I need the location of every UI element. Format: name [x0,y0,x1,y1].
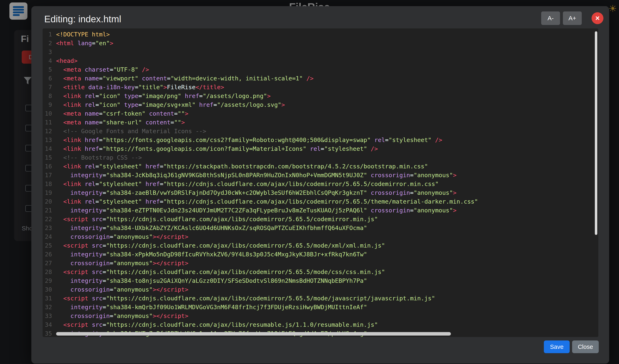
code-line: 10 <meta name="csrf-token" content=""> [42,109,478,118]
code-token-attr: lang [74,40,92,47]
code-token-attr: href [81,136,99,143]
code-token-text: = [213,101,217,108]
code-token-str: "width=device-width, initial-scale=1" [170,75,303,82]
code-token-attr: crossorigin [70,286,110,293]
line-number: 9 [42,100,52,109]
code-token-text: = [199,93,202,99]
code-token-tag: > [281,101,285,108]
line-number: 13 [42,136,52,145]
code-token-str: "" [178,110,185,117]
save-button[interactable]: Save [544,340,570,353]
line-number: 1 [42,30,52,39]
code-line: 19 integrity="sha384-zaeBlB/vwYsDRSlFajn… [42,189,478,197]
code-token-text: = [103,277,106,284]
modal-close-button[interactable]: × [591,12,604,24]
code-token-tag: <link [63,145,81,152]
vertical-scrollbar[interactable] [595,31,597,235]
code-token-attr: name [81,119,99,126]
code-line: 13 <link href="https://fonts.googleapis.… [42,136,478,145]
code-token-text: = [95,101,99,108]
code-line: 32 integrity="sha384-kmQrbJf09Uo1WRLMDVG… [42,303,478,312]
code-token-str: "" [174,119,181,126]
code-token-text [56,312,70,319]
code-editor[interactable]: 1<!DOCTYPE html>2<html lang="en">34<head… [42,28,598,337]
code-token-str: "csrf-token" [103,110,146,117]
code-token-text [56,180,63,188]
code-token-text [56,189,70,196]
line-number: 27 [42,259,52,268]
code-token-attr: type [120,93,138,99]
code-token-str: "anonymous" [113,233,153,240]
code-token-text: = [95,198,99,205]
code-token-attr: crossorigin [70,312,110,319]
code-token-text [56,172,70,179]
code-token-str: "sha384-xPpkMo5nDgD98fIcuRVYhxkZV6/9Y4L8… [106,251,367,258]
code-line: 15 <!-- Bootstrap CSS --> [42,153,478,162]
close-button[interactable]: Close [572,340,599,353]
code-line: 22 <script src="https://cdnjs.cloudflare… [42,215,478,224]
code-line: 9 <link rel="icon" type="image/svg+xml" … [42,100,478,109]
code-token-tag: <html [56,40,74,47]
line-number: 25 [42,241,52,250]
code-line: 34 <script src="https://cdnjs.cloudflare… [42,320,478,329]
line-number: 20 [42,197,52,206]
code-token-text: = [139,93,142,99]
modal-title: Editing: index.html [44,13,121,25]
code-line: 1<!DOCTYPE html> [42,30,478,39]
code-token-text [56,216,63,223]
code-token-str: "https://fonts.googleapis.com/icon?famil… [103,145,306,152]
code-line: 24 crossorigin="anonymous"></script> [42,232,478,241]
code-token-str: "UTF-8" [113,66,138,73]
code-token-text: = [92,40,95,47]
code-line: 7 <title data-i18n-key="title">FileRise<… [42,83,478,92]
code-token-text: = [410,207,414,214]
code-token-tag: ></script> [153,286,188,293]
code-token-tag: <script [63,269,88,275]
line-number: 16 [42,162,52,171]
code-token-tag: </title> [196,84,224,91]
code-token-str: "icon" [99,101,121,108]
code-token-tag: <meta [63,110,81,117]
code-token-text [56,136,63,143]
line-number: 4 [42,56,52,65]
code-line: 8 <link rel="icon" type="image/png" href… [42,92,478,100]
code-line: 20 <link rel="stylesheet" href="https://… [42,197,478,206]
code-token-str: "https://cdnjs.cloudflare.com/ajax/libs/… [163,180,439,188]
code-token-tag: <script [63,321,88,328]
code-token-text: = [99,110,103,117]
code-token-str: "anonymous" [113,312,153,319]
code-token-attr: rel [81,198,95,205]
code-token-text: = [174,110,178,117]
code-token-text [56,66,63,73]
code-line: 29 integrity="sha384-to8njsu2GAiXQnY/aLG… [42,276,478,285]
code-token-attr: src [88,242,103,249]
code-token-attr: href [142,180,160,188]
code-token-text [56,145,63,152]
code-token-text [56,93,63,99]
font-decrease-button[interactable]: A- [541,12,560,25]
code-line: 26 integrity="sha384-xPpkMo5nDgD98fIcuRV… [42,250,478,259]
code-token-text: = [103,207,106,214]
code-token-tag: ></script> [153,260,188,267]
code-token-str: "stylesheet" [389,136,432,143]
line-number: 17 [42,171,52,180]
code-token-attr: integrity [70,207,103,214]
line-number: 30 [42,285,52,294]
code-token-str: "/assets/logo.png" [203,93,267,99]
code-token-attr: src [88,321,103,328]
code-token-str: "stylesheet" [99,163,142,170]
code-token-attr: name [81,75,99,82]
line-number: 18 [42,180,52,189]
font-increase-button[interactable]: A+ [563,12,582,25]
code-token-str: "image/png" [142,93,181,99]
horizontal-scrollbar[interactable] [56,332,451,336]
code-token-text: = [99,145,103,152]
code-token-tag: <link [63,163,81,170]
code-token-tag: <link [63,101,81,108]
code-token-str: "sha384-kmQrbJf09Uo1WRLMDVGoVG3nM6F48frI… [106,304,367,310]
code-token-text: = [410,172,414,179]
code-token-attr: src [88,216,103,223]
code-token-str: "stylesheet" [99,198,142,205]
code-token-text [56,75,63,82]
code-token-str: "icon" [99,93,121,99]
